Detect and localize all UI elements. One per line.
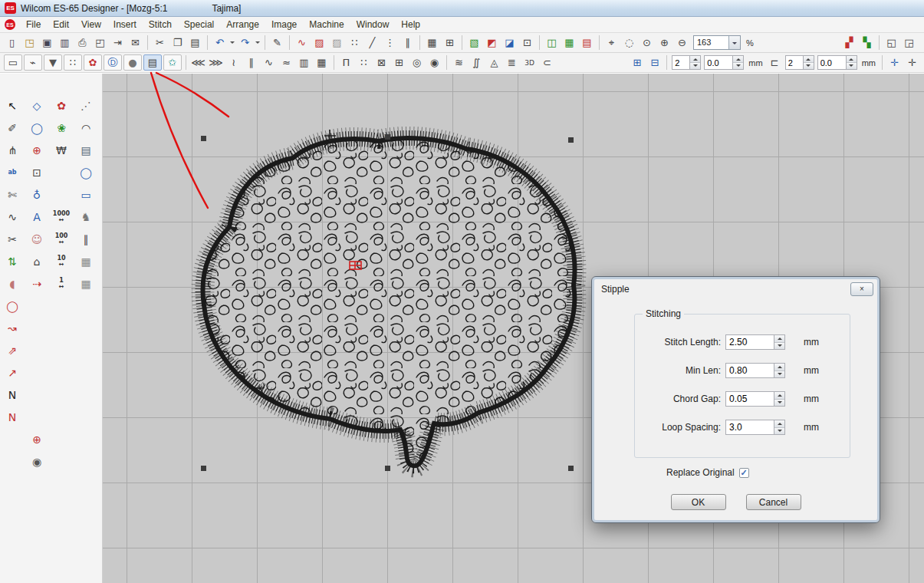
design-properties-icon[interactable]: ▤ — [578, 35, 596, 51]
artwork-icon[interactable]: ◩ — [483, 35, 501, 51]
stipple-dots-icon[interactable]: ∷ — [64, 54, 82, 71]
print-preview-icon[interactable]: ◰ — [91, 35, 109, 51]
zigzag-tool-icon[interactable]: ∿ — [3, 207, 22, 226]
grid-size-stepper[interactable] — [704, 55, 744, 70]
hoop-size-stepper[interactable] — [817, 55, 857, 70]
stipple-run-icon[interactable]: ▤ — [143, 54, 162, 71]
chord-gap-input-box[interactable] — [725, 391, 785, 407]
stitch-player-icon[interactable]: ▞ — [840, 35, 858, 51]
menu-view[interactable]: View — [75, 18, 107, 31]
zoom-combobox[interactable]: 163 — [693, 35, 741, 50]
min-len-input[interactable] — [726, 364, 774, 377]
select-tool-icon[interactable]: ↖ — [3, 96, 22, 115]
fill-holes-icon[interactable]: ⊞ — [390, 54, 408, 71]
lettering-ab-icon[interactable]: ab — [3, 163, 22, 182]
triangle-select-icon[interactable]: ▼ — [44, 54, 62, 71]
paste-icon[interactable]: ▤ — [186, 35, 204, 51]
cut-icon[interactable]: ✂ — [151, 35, 169, 51]
hoop-size-value[interactable] — [818, 56, 846, 69]
spin-down-icon[interactable] — [774, 399, 784, 407]
hoop-spacing-spin[interactable] — [803, 56, 814, 69]
run-stitch-icon[interactable]: ≀ — [225, 54, 242, 71]
spin-down-icon[interactable] — [774, 371, 784, 378]
globe-tool-icon[interactable]: ♁ — [28, 185, 47, 204]
ruler-icon[interactable]: ⊏ — [766, 54, 784, 71]
zoom-fit-icon[interactable]: ⊙ — [638, 35, 656, 51]
chord-gap-input[interactable] — [726, 392, 774, 406]
spin-up-icon[interactable] — [774, 392, 784, 399]
print-icon[interactable]: ⎙ — [74, 35, 91, 51]
n-path-red-icon[interactable]: N — [3, 407, 22, 427]
min-len-input-box[interactable] — [725, 363, 785, 378]
matrix-icon[interactable]: ⊞ — [441, 35, 459, 51]
hatch-lines-icon[interactable]: ⋰ — [77, 96, 96, 115]
zigzag-stitch-icon[interactable]: ≈ — [278, 54, 295, 71]
plant-motif-icon[interactable]: ❀ — [52, 118, 71, 137]
loop-spacing-input[interactable] — [726, 420, 774, 434]
length-10-icon[interactable]: 10 ↔ — [52, 252, 71, 271]
spin-up-icon[interactable] — [804, 56, 814, 62]
dashed-arrow-icon[interactable]: ⇢ — [28, 274, 47, 293]
hoop-size-spin[interactable] — [846, 56, 857, 69]
satin-stitch-icon[interactable]: ▥ — [295, 54, 313, 71]
thread-chart-icon[interactable]: ▤ — [77, 140, 96, 160]
slow-redraw-icon[interactable]: ▚ — [858, 35, 876, 51]
color-film-icon[interactable]: ▦ — [561, 35, 578, 51]
zoom-1to1-icon[interactable]: ◌ — [620, 35, 638, 51]
menu-image[interactable]: Image — [265, 18, 303, 31]
measure-icon[interactable]: ◱ — [883, 35, 900, 51]
snap-grid-icon[interactable]: ⊟ — [646, 54, 663, 71]
spin-up-icon[interactable] — [690, 56, 700, 62]
menu-stitch[interactable]: Stitch — [143, 18, 178, 31]
ok-button[interactable]: OK — [671, 494, 726, 510]
needle-line-icon[interactable]: ∥ — [399, 35, 416, 51]
node-edit-icon[interactable]: ⋔ — [3, 140, 22, 160]
menu-window[interactable]: Window — [350, 18, 396, 31]
grid-spacing-value[interactable] — [672, 56, 689, 69]
undo-icon[interactable]: ↶ — [211, 35, 229, 51]
scissors-tool-icon[interactable]: ✂ — [3, 229, 22, 249]
replace-original-checkbox[interactable]: ✓ — [739, 468, 749, 478]
rectangle-tool-icon[interactable]: ▭ — [77, 185, 96, 204]
min-len-spinner[interactable] — [774, 364, 784, 377]
copy-icon[interactable]: ❐ — [169, 35, 186, 51]
zoom-out-icon[interactable]: ⊖ — [673, 35, 691, 51]
run-line-icon[interactable]: ╱ — [363, 35, 381, 51]
swatch2-icon[interactable]: ▦ — [77, 274, 96, 293]
reshape-tool-icon[interactable]: ◇ — [28, 96, 47, 115]
spin-down-icon[interactable] — [847, 62, 857, 69]
spiral-stitch-icon[interactable]: ◉ — [426, 54, 443, 71]
export-machine-icon[interactable]: ⇥ — [109, 35, 127, 51]
tatami-stitch-icon[interactable]: ▦ — [313, 54, 330, 71]
penetration-points-icon[interactable]: ⋮ — [381, 35, 399, 51]
spin-down-icon[interactable] — [690, 62, 700, 69]
show-grid-icon[interactable]: ⊞ — [628, 54, 646, 71]
stitch-arrow2-icon[interactable]: ↗ — [3, 363, 22, 382]
lettering-icon[interactable]: ⊡ — [518, 35, 536, 51]
spin-down-icon[interactable] — [733, 62, 743, 69]
jagged-edge-icon[interactable]: ◬ — [485, 54, 503, 71]
spin-up-icon[interactable] — [774, 420, 784, 427]
menu-machine[interactable]: Machine — [303, 18, 350, 31]
letter-a-icon[interactable]: A — [28, 207, 47, 226]
fan-tool-icon[interactable]: ◖ — [3, 274, 22, 293]
hoop-spacing-value[interactable] — [786, 56, 803, 69]
grid-size-value[interactable] — [705, 56, 732, 69]
menu-help[interactable]: Help — [395, 18, 426, 31]
zoom-value[interactable]: 163 — [694, 36, 728, 49]
n-path-icon[interactable]: N — [3, 385, 22, 404]
underlay-icon[interactable]: ≣ — [503, 54, 521, 71]
star-outline-icon[interactable]: ✩ — [163, 54, 182, 71]
filled-circle-icon[interactable]: ● — [123, 54, 142, 71]
ellipse-tool-icon[interactable]: ◯ — [77, 163, 96, 182]
buddy-pair-icon[interactable]: ☺ — [28, 229, 47, 249]
monogram-icon[interactable]: ⊡ — [28, 163, 47, 182]
dialog-close-button[interactable]: × — [850, 282, 873, 296]
red-squiggle-icon[interactable]: ↝ — [3, 318, 22, 338]
loop-spacing-spinner[interactable] — [774, 420, 784, 434]
spin-up-icon[interactable] — [847, 56, 857, 62]
chord-gap-spinner[interactable] — [774, 392, 784, 406]
grid-spacing-stepper[interactable] — [672, 55, 701, 70]
cancel-button[interactable]: Cancel — [746, 494, 801, 510]
menu-special[interactable]: Special — [178, 18, 220, 31]
